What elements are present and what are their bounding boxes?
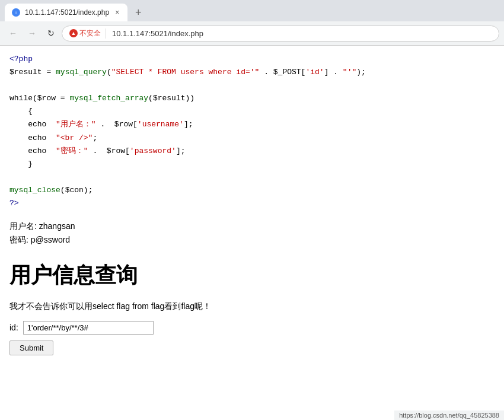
code-line-1: <?php (9, 53, 495, 66)
page-heading: 用户信息查询 (9, 258, 495, 292)
page-content: <?php $result = mysql_query("SELECT * FR… (0, 46, 504, 362)
submit-button[interactable]: Submit (9, 341, 53, 355)
url-domain: 10.1.1.147 (112, 29, 148, 38)
username-label: 用户名: (9, 221, 37, 231)
query-output: 用户名: zhangsan 密码: p@ssword (9, 219, 495, 246)
id-form-row: id: (9, 321, 495, 335)
new-tab-button[interactable]: + (130, 4, 146, 21)
code-line-12: ?> (9, 197, 495, 210)
code-line-8: echo "密码：" . $row['password']; (9, 145, 495, 158)
url-port: :5021 (148, 29, 168, 38)
code-line-6: echo "用户名：" . $row['username']; (9, 118, 495, 131)
code-line-4: while($row = mysql_fetch_array($result)) (9, 92, 495, 105)
tab-favicon: i (12, 8, 20, 17)
password-label: 密码: (9, 235, 28, 244)
code-line-3 (9, 79, 495, 92)
tab-close-button[interactable]: × (114, 7, 120, 18)
warning-icon: ▲ (69, 29, 78, 37)
forward-button[interactable]: → (24, 25, 40, 42)
browser-chrome: i 10.1.1.147:5021/index.php × + ← → ↻ ▲ … (0, 0, 504, 46)
address-bar[interactable]: ▲ 不安全 10.1.1.147:5021/index.php (62, 26, 499, 42)
id-input[interactable] (23, 321, 154, 335)
code-block: <?php $result = mysql_query("SELECT * FR… (9, 53, 495, 210)
tab-title: 10.1.1.147:5021/index.php (25, 8, 109, 17)
browser-tab[interactable]: i 10.1.1.147:5021/index.php × (5, 4, 127, 21)
code-line-10 (9, 171, 495, 184)
nav-bar: ← → ↻ ▲ 不安全 10.1.1.147:5021/index.php (0, 21, 504, 45)
security-label: 不安全 (79, 28, 101, 39)
url-text: 10.1.1.147:5021/index.php (112, 29, 203, 38)
back-button[interactable]: ← (5, 25, 21, 42)
submit-row: Submit (9, 341, 495, 355)
code-line-5: { (9, 105, 495, 118)
code-line-7: echo "<br />"; (9, 132, 495, 145)
password-value: p@ssword (31, 235, 70, 244)
security-warning: ▲ 不安全 (69, 28, 106, 39)
code-line-11: mysql_close($con); (9, 184, 495, 197)
code-line-2: $result = mysql_query("SELECT * FROM use… (9, 66, 495, 79)
page-description: 我才不会告诉你可以用select flag from flag看到flag呢！ (9, 300, 495, 313)
code-line-9: } (9, 158, 495, 171)
reload-button[interactable]: ↻ (43, 25, 59, 42)
username-value: zhangsan (39, 221, 75, 231)
output-password: 密码: p@ssword (9, 233, 495, 246)
output-username: 用户名: zhangsan (9, 219, 495, 233)
url-path: /index.php (168, 29, 203, 38)
id-label: id: (9, 321, 18, 334)
tab-bar: i 10.1.1.147:5021/index.php × + (0, 0, 504, 21)
